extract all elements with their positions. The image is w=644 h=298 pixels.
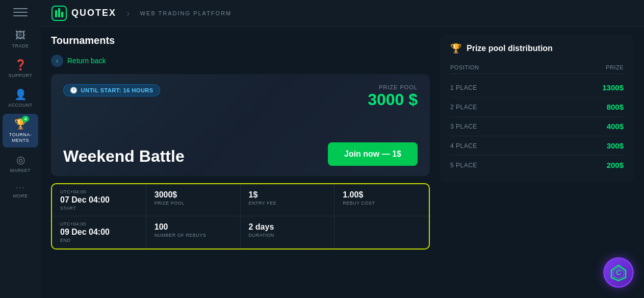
page-title: Tournaments: [51, 35, 430, 46]
sidebar-item-tournaments[interactable]: 🏆 4 TOURNA-MENTS: [3, 114, 38, 147]
detail-cell-start: UTC+04:00 07 Dec 04:00 START: [52, 184, 146, 216]
prize-row-5: 5 PLACE 200$: [450, 156, 624, 175]
sidebar-item-label-tournaments: TOURNA-MENTS: [9, 132, 32, 143]
join-now-button[interactable]: Join now — 1$: [328, 142, 418, 166]
prize-pool-label: PRIZE POOL: [368, 84, 418, 90]
sidebar: 🖼 TRADE ❓ SUPPORT 👤 ACCOUNT 🏆 4 TOURNA-M…: [0, 0, 41, 298]
account-icon: 👤: [14, 88, 27, 101]
prize-position-3: 3 PLACE: [450, 123, 477, 130]
topbar-separator: ›: [126, 7, 130, 19]
prize-distribution-card: 🏆 Prize pool distribution Position Prize…: [440, 35, 634, 183]
prize-row-4: 4 PLACE 300$: [450, 136, 624, 156]
page-content: Tournaments ‹ Return back 🕐 UNTIL START:…: [41, 27, 644, 298]
topbar-logo: QUOTEX: [51, 5, 116, 21]
sidebar-item-support[interactable]: ❓ SUPPORT: [3, 55, 38, 82]
prize-position-2: 2 PLACE: [450, 104, 477, 111]
card-bottom: Weekend Battle Join now — 1$: [63, 142, 418, 166]
market-icon: ◎: [16, 154, 25, 166]
return-back-label: Return back: [67, 57, 106, 65]
tournaments-badge: 4: [22, 116, 29, 122]
detail-cell-end: UTC+04:00 09 Dec 04:00 END: [52, 216, 146, 249]
prize-table-header: Position Prize: [450, 61, 624, 74]
main-area: QUOTEX › WEB TRADING PLATFORM Tournament…: [41, 0, 644, 298]
svg-rect-2: [58, 8, 60, 17]
avatar-icon: C: [609, 263, 628, 282]
detail-label-rebuys: NUMBER OF REBUYS: [154, 233, 232, 238]
tournament-card: 🕐 UNTIL START: 16 HOURS PRIZE POOL 3000 …: [51, 74, 430, 176]
svg-rect-1: [55, 10, 57, 17]
tournament-name: Weekend Battle: [63, 147, 185, 166]
detail-cell-rebuycost: 1.00$ REBUY COST: [334, 184, 429, 216]
detail-cell-duration: 2 days DURATION: [241, 216, 335, 249]
detail-value-prizepool: 3000$: [154, 190, 232, 200]
detail-value-duration: 2 days: [249, 222, 326, 232]
topbar: QUOTEX › WEB TRADING PLATFORM: [41, 0, 644, 27]
card-top: 🕐 UNTIL START: 16 HOURS PRIZE POOL 3000 …: [63, 84, 418, 109]
prize-amount-2: 800$: [607, 103, 624, 111]
detail-value-start: 07 Dec 04:00: [60, 195, 138, 205]
trade-icon: 🖼: [15, 30, 25, 41]
detail-label-rebuycost: REBUY COST: [343, 201, 421, 206]
svg-rect-3: [61, 12, 63, 17]
return-back-arrow-icon: ‹: [51, 55, 63, 67]
until-start-label: UNTIL START: 16 HOURS: [81, 87, 153, 93]
detail-value-entryfee: 1$: [249, 190, 326, 200]
detail-label-entryfee: ENTRY FEE: [249, 201, 326, 206]
utc-label-start: UTC+04:00: [60, 189, 138, 194]
detail-cell-prizepool: 3000$ PRIZE POOL: [146, 184, 241, 216]
sidebar-item-label-account: ACCOUNT: [8, 103, 33, 108]
sidebar-item-label-more: MORE: [13, 193, 28, 198]
until-start-badge: 🕐 UNTIL START: 16 HOURS: [63, 84, 160, 96]
prize-amount-5: 200$: [607, 161, 624, 169]
sidebar-item-account[interactable]: 👤 ACCOUNT: [3, 84, 38, 112]
detail-cell-rebuys: 100 NUMBER OF REBUYS: [146, 216, 241, 249]
sidebar-item-label-support: SUPPORT: [9, 73, 33, 78]
prize-position-5: 5 PLACE: [450, 162, 477, 169]
detail-label-prizepool: PRIZE POOL: [154, 201, 232, 206]
sidebar-item-label-market: MARKET: [10, 168, 31, 173]
detail-label-end: END: [60, 238, 138, 243]
prize-row-2: 2 PLACE 800$: [450, 97, 624, 117]
return-back-button[interactable]: ‹ Return back: [51, 55, 430, 67]
sidebar-item-more[interactable]: ··· MORE: [3, 179, 38, 203]
logo-icon: [51, 5, 67, 21]
detail-value-rebuys: 100: [154, 222, 232, 232]
prize-row-1: 1 PLACE 1300$: [450, 78, 624, 97]
user-avatar[interactable]: C: [603, 257, 634, 288]
prize-dist-title: 🏆 Prize pool distribution: [450, 43, 624, 54]
col-position-header: Position: [450, 64, 479, 70]
right-panel: 🏆 Prize pool distribution Position Prize…: [440, 35, 634, 290]
prize-amount-4: 300$: [607, 141, 624, 150]
detail-label-duration: DURATION: [249, 233, 326, 238]
clock-icon: 🕐: [70, 87, 78, 94]
brand-name: QUOTEX: [71, 8, 116, 18]
prize-amount-3: 400$: [607, 122, 624, 131]
prize-pool-info: PRIZE POOL 3000 $: [368, 84, 418, 109]
sidebar-item-trade[interactable]: 🖼 TRADE: [3, 26, 38, 53]
sidebar-item-label-trade: TRADE: [12, 43, 29, 48]
sidebar-item-market[interactable]: ◎ MARKET: [3, 150, 38, 177]
more-icon: ···: [16, 183, 25, 191]
support-icon: ❓: [14, 59, 27, 71]
hamburger-menu[interactable]: [11, 5, 30, 19]
prize-amount-1: 1300$: [602, 83, 624, 92]
utc-label-end: UTC+04:00: [60, 221, 138, 227]
prize-pool-amount: 3000 $: [368, 90, 418, 109]
detail-cell-empty: [334, 216, 429, 249]
trophy-icon: 🏆: [450, 43, 461, 54]
detail-value-end: 09 Dec 04:00: [60, 228, 138, 237]
detail-label-start: START: [60, 206, 138, 211]
details-grid: UTC+04:00 07 Dec 04:00 START 3000$ PRIZE…: [51, 183, 430, 250]
prize-dist-title-text: Prize pool distribution: [467, 44, 553, 53]
detail-cell-entryfee: 1$ ENTRY FEE: [241, 184, 335, 216]
svg-text:C: C: [616, 268, 621, 277]
left-panel: Tournaments ‹ Return back 🕐 UNTIL START:…: [51, 35, 430, 290]
prize-row-3: 3 PLACE 400$: [450, 117, 624, 136]
topbar-subtitle: WEB TRADING PLATFORM: [140, 10, 232, 16]
prize-position-4: 4 PLACE: [450, 142, 477, 150]
col-prize-header: Prize: [606, 64, 624, 70]
detail-value-rebuycost: 1.00$: [343, 190, 421, 200]
prize-position-1: 1 PLACE: [450, 84, 477, 91]
